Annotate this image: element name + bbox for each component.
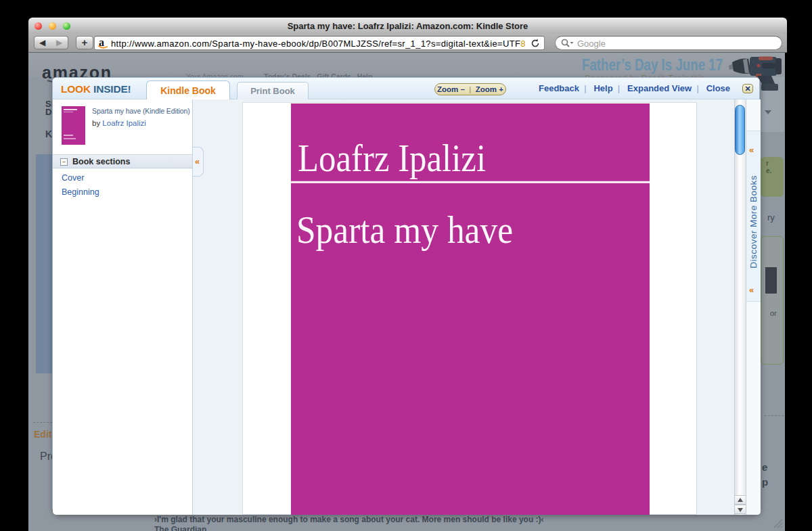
svg-text:Sparta my have: Sparta my have <box>296 208 513 252</box>
svg-text:Loafrz Ipalizi: Loafrz Ipalizi <box>298 136 486 180</box>
